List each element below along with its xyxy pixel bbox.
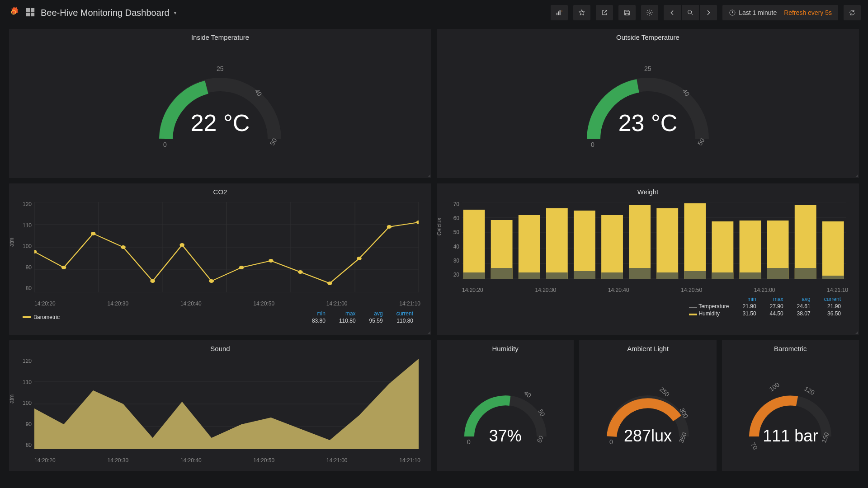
svg-rect-58 [546, 208, 568, 279]
svg-text:0: 0 [467, 438, 471, 446]
settings-button[interactable] [641, 5, 658, 20]
svg-rect-65 [629, 268, 651, 279]
time-forward-button[interactable] [700, 5, 717, 20]
svg-text:40: 40 [523, 389, 533, 399]
svg-text:25: 25 [644, 65, 651, 72]
svg-point-40 [269, 259, 274, 263]
add-panel-button[interactable]: + [551, 5, 568, 20]
resize-handle[interactable] [854, 330, 858, 334]
svg-text:0: 0 [163, 141, 167, 148]
svg-point-35 [121, 245, 126, 249]
svg-rect-67 [656, 272, 678, 279]
svg-rect-73 [740, 272, 761, 279]
svg-rect-5 [557, 13, 557, 15]
time-range-label: Last 1 minute [739, 9, 777, 16]
svg-point-42 [327, 282, 332, 285]
svg-point-10 [688, 10, 692, 14]
panel-ambient-light[interactable]: Ambient Light 0 250 300 350 287lux [579, 340, 716, 471]
resize-handle[interactable] [427, 174, 430, 177]
svg-rect-64 [629, 205, 651, 279]
svg-rect-6 [558, 11, 559, 15]
panel-title: Inside Temperature [9, 29, 431, 44]
svg-text:0: 0 [609, 438, 613, 446]
gauge-value: 22 °C [191, 109, 250, 136]
svg-rect-78 [822, 221, 844, 279]
svg-rect-52 [463, 210, 485, 279]
svg-rect-71 [712, 272, 734, 279]
stats-table: minmaxavgcurrent Temperature21.9027.9024… [688, 295, 848, 318]
panel-title: Outside Temperature [437, 29, 859, 44]
star-button[interactable] [573, 5, 590, 20]
svg-rect-70 [712, 221, 734, 279]
svg-rect-77 [795, 268, 816, 279]
panel-inside-temperature[interactable]: Inside Temperature 0 25 40 50 22 °C [9, 29, 431, 178]
gauge-value: 37% [489, 427, 522, 446]
refresh-interval-label: Refresh every 5s [784, 9, 832, 16]
gauge-value: 23 °C [618, 109, 678, 136]
svg-point-34 [91, 232, 96, 235]
svg-rect-68 [684, 203, 706, 279]
zoom-out-button[interactable] [682, 5, 699, 20]
svg-point-9 [649, 12, 651, 14]
dashboards-icon[interactable] [25, 7, 35, 19]
bar-chart: Celcius 706050403020 [437, 198, 859, 284]
line-chart: atm 120 110 100 90 80 [9, 198, 431, 298]
svg-rect-1 [26, 8, 30, 11]
svg-point-45 [416, 221, 419, 224]
svg-rect-57 [519, 272, 540, 279]
svg-point-37 [179, 243, 184, 247]
svg-rect-60 [574, 211, 595, 279]
panel-title: Sound [9, 340, 431, 355]
svg-point-39 [239, 266, 244, 269]
svg-rect-76 [795, 205, 816, 279]
panel-sound[interactable]: Sound atm 1201101009080 14:20:2014:20:30… [9, 340, 431, 471]
svg-text:250: 250 [658, 385, 671, 398]
time-back-button[interactable] [664, 5, 681, 20]
time-range-button[interactable]: Last 1 minute Refresh every 5s [722, 5, 838, 20]
panel-title: CO2 [9, 183, 431, 198]
svg-rect-63 [601, 272, 623, 279]
svg-text:0: 0 [591, 141, 594, 148]
svg-rect-61 [574, 271, 595, 279]
svg-rect-69 [684, 271, 706, 279]
svg-rect-7 [560, 10, 561, 15]
grafana-logo-icon[interactable] [7, 6, 20, 20]
svg-point-44 [387, 225, 392, 229]
refresh-button[interactable] [844, 5, 861, 20]
panel-barometric[interactable]: Barometric 70 100 120 150 111 bar [722, 340, 859, 471]
panel-title: Ambient Light [579, 340, 716, 355]
svg-text:70: 70 [750, 441, 760, 451]
stats-table: minmaxavgcurrent 83.80110.8095.59110.80 [305, 310, 420, 325]
panel-weight[interactable]: Weight Celcius 706050403020 [437, 183, 859, 335]
svg-rect-4 [31, 12, 34, 16]
panel-co2[interactable]: CO2 atm 120 110 100 90 80 14:20:2014:20:… [9, 183, 431, 335]
gauge-chart: 0 25 40 50 22 °C [9, 44, 431, 161]
save-button[interactable] [618, 5, 636, 20]
dashboard-title[interactable]: Bee-Hive Monitoring Dashboard ▼ [41, 8, 178, 18]
svg-point-33 [61, 266, 66, 269]
svg-rect-62 [601, 215, 623, 279]
svg-rect-3 [26, 12, 30, 16]
svg-text:25: 25 [217, 65, 224, 72]
svg-text:+: + [561, 9, 563, 13]
svg-rect-2 [31, 8, 34, 11]
svg-text:100: 100 [768, 381, 781, 393]
gauge-chart: 0 40 50 60 37% [437, 355, 574, 459]
gauge-chart: 0 250 300 350 287lux [579, 355, 716, 459]
svg-rect-79 [822, 276, 844, 279]
panel-outside-temperature[interactable]: Outside Temperature 0 25 40 50 23 °C [437, 29, 859, 178]
gauge-chart: 0 25 40 50 23 °C [437, 44, 859, 161]
svg-rect-66 [656, 208, 678, 279]
panel-humidity[interactable]: Humidity 0 40 50 60 37% [437, 340, 574, 471]
area-chart: atm 1201101009080 [9, 355, 431, 455]
caret-down-icon: ▼ [173, 10, 178, 15]
resize-handle[interactable] [854, 174, 858, 177]
legend-item[interactable]: Barometric [23, 314, 60, 320]
resize-handle[interactable] [427, 330, 430, 334]
svg-rect-75 [767, 268, 789, 279]
svg-rect-56 [519, 215, 540, 279]
share-button[interactable] [596, 5, 613, 20]
panel-title: Humidity [437, 340, 574, 355]
svg-point-43 [357, 257, 362, 260]
gauge-chart: 70 100 120 150 111 bar [722, 355, 859, 459]
